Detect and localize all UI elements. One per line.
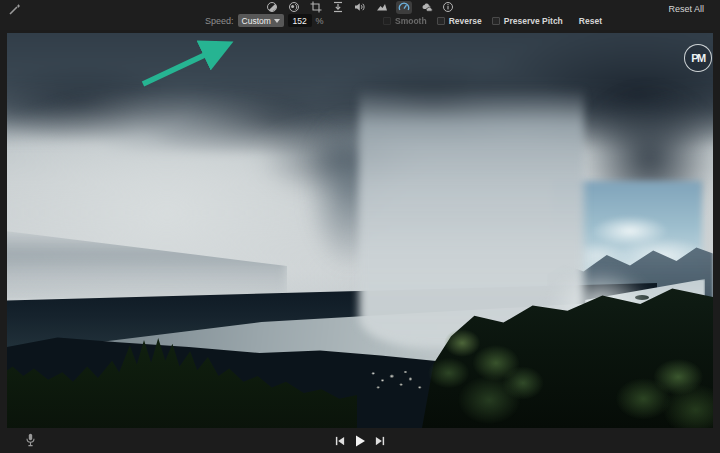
- effects-button[interactable]: [418, 1, 434, 14]
- checkbox-icon: [437, 17, 445, 25]
- voiceover-record-button[interactable]: [24, 433, 37, 448]
- speedometer-icon: [398, 1, 410, 13]
- color-correction-icon: [266, 1, 278, 13]
- smooth-checkbox[interactable]: Smooth: [383, 16, 427, 26]
- noise-reduction-icon: [376, 1, 388, 13]
- speed-preset-dropdown[interactable]: Custom: [238, 14, 284, 27]
- microphone-icon: [24, 433, 37, 448]
- skip-back-icon: [335, 435, 346, 446]
- reverse-checkbox[interactable]: Reverse: [437, 16, 482, 26]
- foreground-bush: [415, 328, 550, 428]
- checkbox-icon: [383, 17, 391, 25]
- corner-foliage: [597, 355, 713, 428]
- play-button[interactable]: [354, 434, 367, 447]
- color-balance-button[interactable]: [286, 1, 302, 14]
- viewer-tool-strip: [264, 0, 456, 14]
- speed-options: Smooth Reverse Preserve Pitch Reset: [383, 13, 602, 28]
- preserve-pitch-checkbox[interactable]: Preserve Pitch: [492, 16, 563, 26]
- speed-preset-value: Custom: [242, 16, 271, 26]
- stabilization-button[interactable]: [330, 1, 346, 14]
- noise-reduction-button[interactable]: [374, 1, 390, 14]
- checkbox-icon: [492, 17, 500, 25]
- skip-forward-icon: [375, 435, 386, 446]
- app-window: Reset All Speed: Custom 152 % Smooth Rev…: [0, 0, 720, 453]
- chevron-down-icon: [274, 19, 280, 23]
- speed-button[interactable]: [396, 1, 412, 14]
- next-button[interactable]: [375, 435, 386, 446]
- info-icon: [442, 1, 454, 13]
- speed-label: Speed:: [205, 16, 234, 26]
- volume-icon: [354, 1, 366, 13]
- previous-button[interactable]: [335, 435, 346, 446]
- crop-icon: [310, 1, 322, 13]
- clouds-icon: [420, 1, 433, 13]
- play-icon: [354, 434, 367, 447]
- stabilization-icon: [332, 1, 344, 13]
- video-viewer: PM: [7, 33, 713, 428]
- color-balance-icon: [288, 1, 300, 13]
- playback-controls: [335, 434, 386, 447]
- percent-label: %: [316, 16, 324, 26]
- crop-button[interactable]: [308, 1, 324, 14]
- reset-button[interactable]: Reset: [579, 16, 602, 26]
- color-correction-button[interactable]: [264, 1, 280, 14]
- reset-all-button[interactable]: Reset All: [668, 4, 704, 14]
- pm-watermark-logo: PM: [684, 44, 712, 72]
- speed-rate-input[interactable]: 152: [288, 14, 312, 27]
- info-button[interactable]: [440, 1, 456, 14]
- bottom-bar: [0, 428, 720, 453]
- top-toolbar: Reset All Speed: Custom 152 % Smooth Rev…: [0, 0, 720, 30]
- speed-controls: Speed: Custom 152 %: [205, 13, 324, 28]
- volume-button[interactable]: [352, 1, 368, 14]
- enhance-button[interactable]: [8, 2, 22, 15]
- magic-wand-icon: [8, 3, 22, 16]
